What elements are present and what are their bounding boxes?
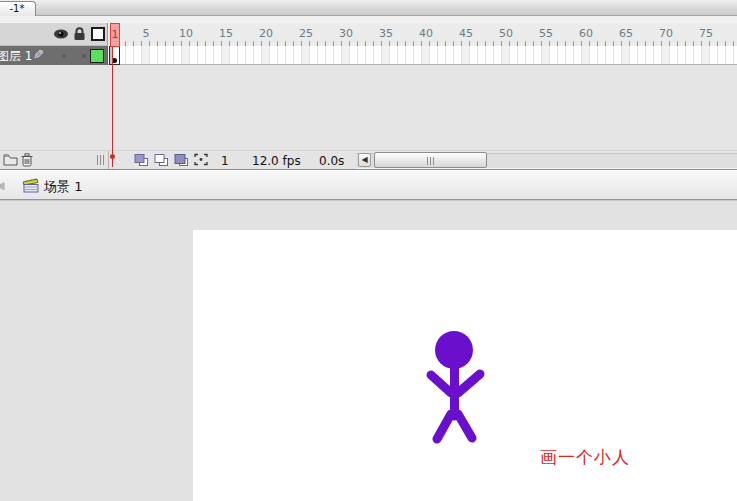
scene-breadcrumb-label: 场景 1 — [44, 178, 82, 196]
frame-rate-readout[interactable]: 12.0 fps — [252, 154, 301, 168]
playhead-line[interactable] — [112, 46, 113, 167]
layer-frames-track[interactable] — [108, 46, 737, 65]
scrollbar-thumb-grip — [427, 157, 435, 165]
frame-ruler-label: 25 — [299, 27, 313, 40]
frame-ruler-label: 30 — [339, 27, 353, 40]
layer-name: 图层 1 — [0, 48, 32, 65]
frame-ruler-label: 55 — [539, 27, 553, 40]
stage-canvas[interactable]: 画一个小人 — [193, 230, 737, 501]
scene-clapperboard-icon — [22, 177, 40, 193]
layer-item[interactable]: 图层 1 ✎ — [0, 46, 108, 65]
panel-top-strip — [0, 16, 737, 23]
frame-ruler[interactable]: 1 51015202530354045505560657075 — [108, 23, 737, 46]
edit-multiple-frames-icon[interactable] — [194, 153, 209, 167]
timeline-status-bar: 1 12.0 fps 0.0s ◀ — [0, 150, 737, 169]
insert-layer-folder-icon[interactable] — [3, 153, 18, 166]
playhead-bottom-knob[interactable] — [110, 154, 115, 159]
delete-layer-trash-icon[interactable] — [21, 153, 33, 167]
onion-skin-outlines-icon[interactable] — [174, 153, 189, 167]
frame-ruler-label: 20 — [259, 27, 273, 40]
outline-view-icon[interactable] — [91, 27, 105, 41]
edit-bar: ◀ 场景 1 — [0, 170, 737, 200]
status-bar-divider — [108, 151, 109, 169]
frame-ruler-label: 65 — [619, 27, 633, 40]
stick-figure-drawing[interactable] — [418, 325, 493, 445]
frame-ruler-label: 10 — [179, 27, 193, 40]
flash-application-window: -1* 1 51015202530354045505560657075 — [0, 0, 737, 501]
frame-ruler-label: 45 — [459, 27, 473, 40]
frame-ruler-label: 50 — [499, 27, 513, 40]
timeline-empty-area — [0, 65, 737, 150]
layer-row: 图层 1 ✎ — [0, 46, 737, 65]
stage-caption[interactable]: 画一个小人 — [540, 446, 630, 469]
timeline-scrollbar-left-arrow[interactable]: ◀ — [358, 153, 371, 167]
document-tab[interactable]: -1* — [0, 1, 36, 16]
timeline-scrollbar-thumb[interactable] — [374, 152, 487, 168]
frame-ruler-label: 75 — [699, 27, 713, 40]
layer-columns-header — [0, 23, 108, 46]
layer-visibility-dot[interactable] — [62, 54, 66, 58]
document-tab-bar: -1* — [0, 0, 737, 16]
panel-resize-grip[interactable] — [97, 155, 106, 165]
playhead-frame-number: 1 — [112, 28, 119, 41]
elapsed-time-readout: 0.0s — [319, 154, 344, 168]
frame-ruler-label: 5 — [143, 27, 150, 40]
playhead-marker[interactable]: 1 — [110, 23, 120, 47]
frame-ruler-label: 40 — [419, 27, 433, 40]
document-tab-label: -1* — [10, 3, 25, 14]
layer-lock-dot[interactable] — [82, 54, 86, 58]
frame-ruler-label: 60 — [579, 27, 593, 40]
lock-icon[interactable] — [73, 27, 86, 41]
layer-outline-swatch[interactable] — [90, 49, 104, 63]
eye-icon[interactable] — [53, 27, 69, 41]
frame-ruler-label: 35 — [379, 27, 393, 40]
pencil-edit-icon: ✎ — [33, 47, 44, 62]
timeline-panel: 1 51015202530354045505560657075 图层 1 ✎ — [0, 23, 737, 170]
onion-skin-icon[interactable] — [154, 153, 169, 167]
frame-ruler-label: 70 — [659, 27, 673, 40]
keyframe-cell[interactable] — [109, 46, 120, 65]
frame-ruler-label: 15 — [219, 27, 233, 40]
back-arrow-icon[interactable]: ◀ — [0, 179, 4, 192]
current-frame-readout: 1 — [221, 154, 229, 168]
center-frame-icon[interactable] — [134, 153, 149, 167]
pasteboard: 画一个小人 — [0, 201, 737, 501]
